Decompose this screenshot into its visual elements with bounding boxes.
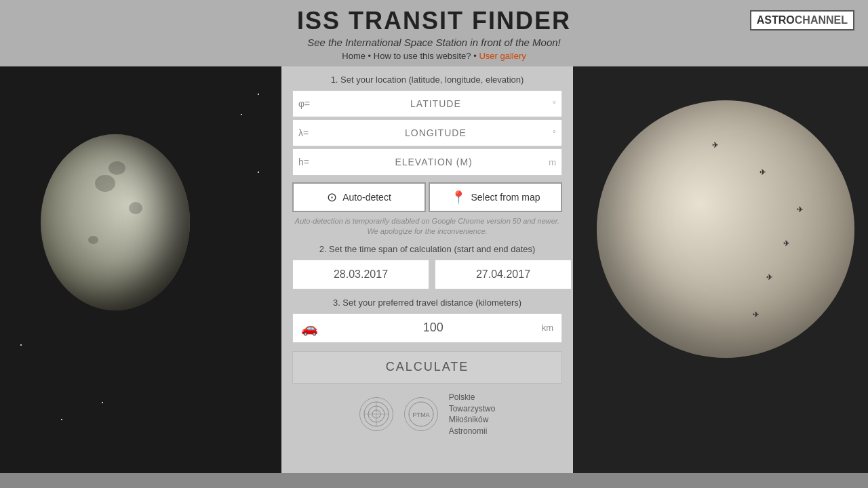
- moon-crater: [95, 175, 115, 192]
- star: [241, 114, 242, 115]
- nav-home[interactable]: Home: [342, 51, 366, 61]
- moon-crater: [108, 161, 125, 175]
- auto-detect-label: Auto-detect: [342, 192, 391, 203]
- longitude-row: λ= °: [292, 119, 562, 146]
- moon-left: [41, 134, 190, 310]
- header: ISS TRANSIT FINDER See the International…: [0, 0, 868, 66]
- elevation-label: h=: [298, 157, 319, 167]
- ptma-line1: Polskie: [449, 392, 475, 402]
- km-unit-label: km: [542, 323, 553, 333]
- iss-silhouette: ✈: [760, 168, 766, 177]
- step1-label: 1. Set your location (latitude, longitud…: [292, 75, 562, 85]
- start-date-input[interactable]: [292, 260, 429, 289]
- iss-silhouette: ✈: [797, 205, 803, 214]
- location-buttons-row: ⊙ Auto-detect 📍 Select from map: [292, 182, 562, 212]
- nav-how-to[interactable]: How to use this website?: [374, 51, 471, 61]
- nav-sep2: •: [473, 51, 477, 61]
- longitude-unit: °: [553, 128, 556, 138]
- logos-row: PTMA Polskie Towarzystwo Miłośników Astr…: [292, 392, 562, 437]
- iss-silhouette: ✈: [766, 273, 772, 282]
- ptma-logo: PTMA: [404, 397, 438, 431]
- date-row: [292, 260, 562, 289]
- star: [102, 402, 103, 403]
- svg-text:PTMA: PTMA: [412, 411, 429, 418]
- ptma-line3: Miłośników: [449, 415, 489, 424]
- elevation-row: h= m: [292, 148, 562, 176]
- end-date-input[interactable]: [435, 260, 572, 289]
- ptma-description: Polskie Towarzystwo Miłośników Astronomi…: [449, 392, 496, 437]
- badge-astro: ASTRO: [757, 14, 795, 26]
- auto-detect-button[interactable]: ⊙ Auto-detect: [292, 182, 426, 212]
- moon-right: ✈ ✈ ✈ ✈ ✈ ✈: [597, 100, 854, 358]
- iss-silhouette: ✈: [783, 239, 789, 248]
- subtitle: See the International Space Station in f…: [0, 37, 868, 48]
- main-area: 1. Set your location (latitude, longitud…: [0, 66, 868, 473]
- longitude-label: λ=: [298, 127, 319, 138]
- travel-distance-row: 🚗 km: [292, 313, 562, 343]
- center-panel: 1. Set your location (latitude, longitud…: [281, 66, 573, 473]
- nav-sep1: •: [368, 51, 372, 61]
- calculate-button[interactable]: CALCULATE: [292, 351, 562, 384]
- travel-distance-input[interactable]: [325, 321, 542, 335]
- latitude-unit: °: [553, 99, 556, 109]
- iss-silhouette: ✈: [753, 310, 759, 319]
- ptma-line2: Towarzystwo: [449, 404, 496, 413]
- astro-channel-badge: ASTROCHANNEL: [750, 10, 854, 30]
- car-icon: 🚗: [301, 320, 318, 336]
- nav-gallery[interactable]: User gallery: [479, 51, 526, 61]
- right-panel: ✈ ✈ ✈ ✈ ✈ ✈: [573, 66, 868, 473]
- elevation-input[interactable]: [319, 157, 549, 167]
- star: [20, 344, 22, 346]
- nav-bar: Home • How to use this website? • User g…: [0, 51, 868, 61]
- ptma-line4: Astronomii: [449, 426, 488, 436]
- select-from-map-button[interactable]: 📍 Select from map: [429, 182, 562, 212]
- longitude-input[interactable]: [319, 127, 553, 138]
- moon-crater: [88, 236, 98, 244]
- select-from-map-label: Select from map: [471, 192, 540, 203]
- step3-label: 3. Set your preferred travel distance (k…: [292, 298, 562, 308]
- badge-channel: CHANNEL: [795, 14, 848, 26]
- page-title: ISS TRANSIT FINDER: [0, 7, 868, 35]
- map-pin-icon: 📍: [451, 190, 466, 205]
- star: [258, 171, 259, 173]
- latitude-input[interactable]: [319, 98, 553, 109]
- iss-silhouette: ✈: [712, 141, 718, 150]
- star: [258, 94, 259, 95]
- elevation-unit: m: [549, 157, 556, 167]
- auto-detect-icon: ⊙: [327, 190, 337, 205]
- auto-detect-warning: Auto-detection is temporarily disabled o…: [292, 216, 562, 237]
- latitude-row: φ= °: [292, 90, 562, 117]
- star: [61, 419, 62, 420]
- moon-crater: [129, 202, 142, 214]
- step2-label: 2. Set the time span of calculation (sta…: [292, 244, 562, 254]
- left-panel: [0, 66, 281, 473]
- perapsis-logo: [359, 397, 393, 431]
- latitude-label: φ=: [298, 98, 319, 109]
